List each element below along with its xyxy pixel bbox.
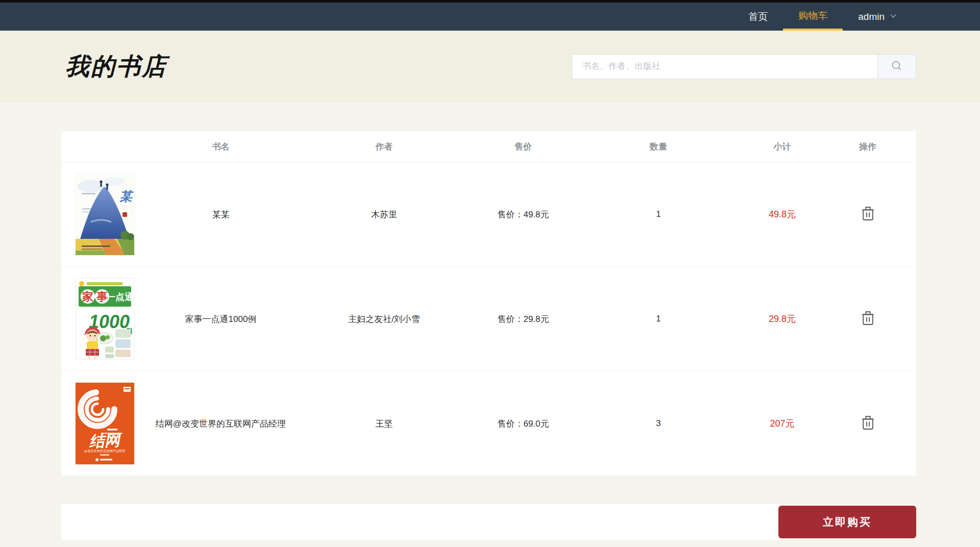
trash-icon (861, 320, 875, 328)
nav-user-label: admin (858, 11, 885, 22)
table-row: 家 事 一点通 1000 例 (61, 266, 916, 371)
book-price: 售价：49.8元 (475, 209, 572, 220)
header-author: 作者 (293, 141, 475, 153)
book-cover-moumou: 某某 (76, 173, 134, 255)
checkout-bar: 立即购买 (61, 504, 916, 540)
chevron-down-icon (889, 11, 897, 22)
page-title: 我的书店 (65, 51, 167, 83)
book-title: 结网@改变世界的互联网产品经理 (148, 418, 293, 430)
book-author: 王坚 (293, 418, 475, 430)
search-button[interactable] (877, 54, 916, 79)
book-title: 家事一点通1000例 (148, 313, 293, 325)
search-input[interactable] (572, 54, 877, 79)
nav-cart-label: 购物车 (798, 9, 827, 22)
store-header: 我的书店 (0, 31, 980, 102)
book-subtotal: 49.8元 (745, 208, 819, 220)
nav-item-home[interactable]: 首页 (733, 3, 783, 31)
header-price: 售价 (475, 141, 572, 153)
book-quantity: 1 (572, 209, 745, 219)
table-row: 结网 @改变世界的互联网产品经理 结网@改变世界的互联网产品经理 王坚 售价：6… (61, 371, 916, 476)
cart-table-header: 书名 作者 售价 数量 小计 操作 (61, 131, 916, 162)
delete-item-button[interactable] (859, 413, 877, 434)
header-subtotal: 小计 (745, 141, 819, 153)
book-cover-jiewang: 结网 @改变世界的互联网产品经理 (76, 383, 134, 464)
table-row: 某某 某某 木苏里 售价：49.8元 1 49.8元 (61, 162, 916, 266)
cover3-title-text: 结网 (88, 431, 122, 450)
book-title: 某某 (148, 209, 293, 220)
nav-item-user-menu[interactable]: admin (843, 3, 913, 31)
book-price: 售价：69.0元 (475, 418, 572, 430)
book-author: 主妇之友社/刘小雪 (293, 313, 475, 325)
header-quantity: 数量 (572, 141, 745, 153)
cover2-char1: 家 (82, 290, 93, 303)
book-cover-jiashi: 家 事 一点通 1000 例 (76, 278, 134, 360)
cover3-subtitle-text: @改变世界的互联网产品经理 (84, 449, 125, 453)
nav-home-label: 首页 (748, 10, 768, 23)
cart-table: 书名 作者 售价 数量 小计 操作 (61, 131, 916, 476)
book-subtotal: 29.8元 (745, 313, 819, 325)
delete-item-button[interactable] (859, 204, 877, 225)
book-quantity: 3 (572, 418, 745, 429)
magnifier-icon (891, 60, 903, 73)
search-bar (572, 54, 916, 79)
header-actions: 操作 (819, 141, 916, 153)
cover2-band-text: 一点通 (106, 292, 134, 302)
book-price: 售价：29.8元 (475, 313, 572, 325)
delete-item-button[interactable] (859, 308, 877, 330)
buy-now-button[interactable]: 立即购买 (778, 506, 916, 538)
trash-icon (861, 425, 875, 432)
book-subtotal: 207元 (745, 417, 819, 430)
trash-icon (861, 215, 875, 223)
book-quantity: 1 (572, 314, 745, 324)
book-author: 木苏里 (293, 209, 475, 220)
navbar: 首页 购物车 admin (0, 3, 980, 31)
nav-item-cart[interactable]: 购物车 (783, 3, 843, 31)
header-title: 书名 (148, 141, 293, 153)
